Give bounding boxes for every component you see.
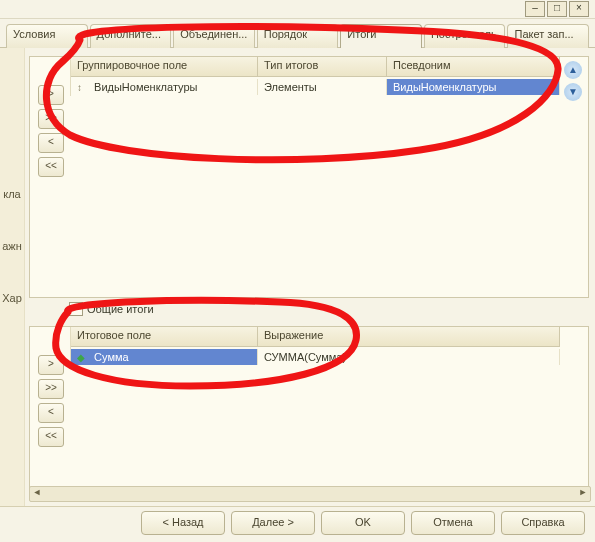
tab-strip: Условия Дополните... Объединен... Порядо… [0, 19, 595, 48]
remove-all-button[interactable]: << [38, 427, 64, 447]
move-down-button[interactable]: ▼ [564, 83, 582, 101]
cell-expression[interactable]: СУММА(Сумма) [258, 349, 560, 365]
help-button[interactable]: Справка [501, 511, 585, 535]
totals-table: Итоговое поле Выражение ◆ Сумма СУММА(Су… [70, 327, 560, 366]
tab-conditions[interactable]: Условия [6, 24, 88, 48]
footer-buttons: < Назад Далее > OK Отмена Справка [0, 506, 595, 539]
add-all-button[interactable]: >> [38, 109, 64, 129]
col-group-field[interactable]: Группировочное поле [71, 57, 258, 76]
totals-fields-panel: Итоговое поле Выражение ◆ Сумма СУММА(Су… [29, 326, 589, 488]
cell-totals-field[interactable]: ◆ Сумма [71, 349, 258, 365]
common-totals-row: Общие итоги [29, 302, 589, 318]
cell-group-field[interactable]: ↕ ВидыНоменклатуры [71, 79, 258, 95]
query-designer-window: – □ × Условия Дополните... Объединен... … [0, 0, 595, 542]
back-button[interactable]: < Назад [141, 511, 225, 535]
tab-builder[interactable]: Построитель [424, 24, 506, 48]
cell-totals-type[interactable]: Элементы [258, 79, 387, 95]
titlebar: – □ × [0, 0, 595, 19]
totals-header: Итоговое поле Выражение [71, 327, 560, 347]
cell-text: Сумма [94, 351, 129, 363]
tab-unions[interactable]: Объединен... [173, 24, 255, 48]
add-button[interactable]: > [38, 85, 64, 105]
remove-button[interactable]: < [38, 403, 64, 423]
reorder-arrows: ▲ ▼ [564, 61, 582, 101]
maximize-button[interactable]: □ [547, 1, 567, 17]
move-up-button[interactable]: ▲ [564, 61, 582, 79]
cancel-button[interactable]: Отмена [411, 511, 495, 535]
tab-totals[interactable]: Итоги [340, 24, 422, 48]
add-button[interactable]: > [38, 355, 64, 375]
left-rail-text: кла [3, 188, 20, 200]
minimize-button[interactable]: – [525, 1, 545, 17]
close-button[interactable]: × [569, 1, 589, 17]
col-alias[interactable]: Псевдоним [387, 57, 560, 76]
add-all-button[interactable]: >> [38, 379, 64, 399]
cell-text: ВидыНоменклатуры [94, 81, 197, 93]
common-totals-label: Общие итоги [87, 303, 154, 315]
scroll-right-button[interactable]: ► [576, 487, 590, 501]
tab-additional[interactable]: Дополните... [90, 24, 172, 48]
grouping-table: Группировочное поле Тип итогов Псевдоним… [70, 57, 560, 96]
next-button[interactable]: Далее > [231, 511, 315, 535]
grouping-fields-panel: Группировочное поле Тип итогов Псевдоним… [29, 56, 589, 298]
field-icon: ◆ [77, 352, 87, 363]
left-rail-text: Хар [2, 292, 22, 304]
totals-move-buttons: > >> < << [38, 355, 64, 447]
tab-order[interactable]: Порядок [257, 24, 339, 48]
scroll-left-button[interactable]: ◄ [30, 487, 44, 501]
tab-batch[interactable]: Пакет зап... [507, 24, 589, 48]
main-column: Группировочное поле Тип итогов Псевдоним… [25, 48, 595, 506]
table-row[interactable]: ↕ ВидыНоменклатуры Элементы ВидыНоменкла… [71, 77, 560, 96]
horizontal-scrollbar[interactable]: ◄ ► [29, 486, 591, 502]
common-totals-checkbox[interactable] [69, 302, 83, 316]
ok-button[interactable]: OK [321, 511, 405, 535]
grouping-move-buttons: > >> < << [38, 85, 64, 177]
grouping-header: Группировочное поле Тип итогов Псевдоним [71, 57, 560, 77]
remove-all-button[interactable]: << [38, 157, 64, 177]
col-expression[interactable]: Выражение [258, 327, 560, 346]
table-row[interactable]: ◆ Сумма СУММА(Сумма) [71, 347, 560, 366]
col-totals-type[interactable]: Тип итогов [258, 57, 387, 76]
body: кла ажн Хар Группировочное поле Тип итог… [0, 48, 595, 506]
cell-alias[interactable]: ВидыНоменклатуры [387, 79, 560, 95]
left-rail: кла ажн Хар [0, 48, 25, 506]
col-totals-field[interactable]: Итоговое поле [71, 327, 258, 346]
hierarchy-icon: ↕ [77, 82, 87, 93]
remove-button[interactable]: < [38, 133, 64, 153]
left-rail-text: ажн [2, 240, 22, 252]
